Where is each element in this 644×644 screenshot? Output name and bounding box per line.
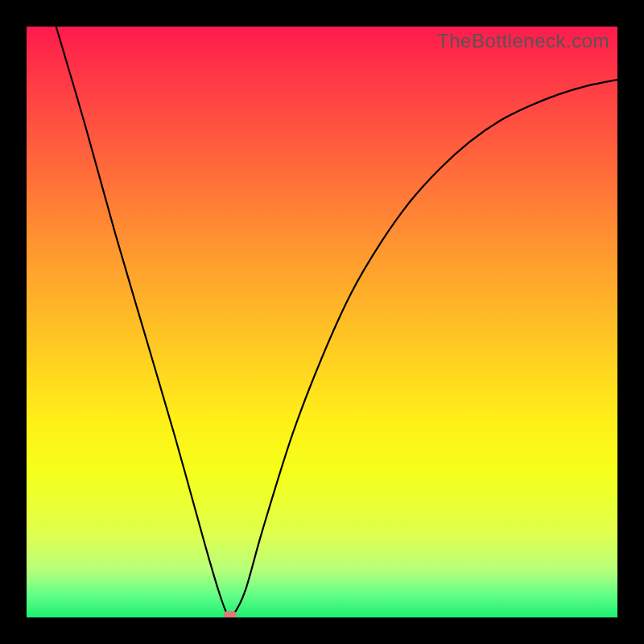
minimum-marker: [224, 611, 237, 617]
watermark-text: TheBottleneck.com: [437, 30, 609, 52]
chart-frame: TheBottleneck.com: [0, 0, 644, 644]
bottleneck-curve: [27, 27, 617, 617]
plot-area: TheBottleneck.com: [27, 27, 617, 617]
